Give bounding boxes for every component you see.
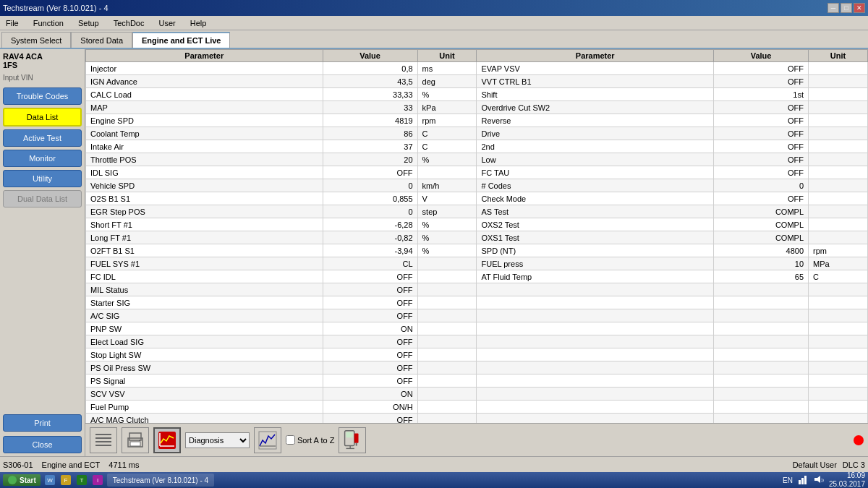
minimize-button[interactable]: ─ [827, 3, 839, 13]
menu-function[interactable]: Function [30, 17, 67, 29]
main-layout: RAV4 ACA 1FS Input VIN Trouble Codes Dat… [0, 49, 868, 456]
tab-engine-ect-live[interactable]: Engine and ECT Live [132, 32, 230, 48]
left-unit: kPa [417, 101, 477, 114]
taskbar-icon4[interactable]: I [91, 474, 104, 486]
toolbar-chart-icon[interactable] [254, 427, 281, 453]
right-param: EVAP VSV [477, 62, 714, 75]
statusbar-left: S306-01 Engine and ECT 4711 ms [3, 461, 787, 469]
start-button[interactable]: Start [3, 474, 41, 486]
vehicle-line1: RAV4 ACA [3, 52, 82, 61]
svg-text:)): )) [821, 478, 824, 482]
utility-button[interactable]: Utility [3, 170, 82, 187]
left-unit: % [417, 218, 477, 231]
right-unit [809, 205, 868, 218]
col-header-param1: Parameter [86, 50, 323, 62]
trouble-codes-button[interactable]: Trouble Codes [3, 87, 82, 105]
col-header-unit2: Unit [809, 50, 868, 62]
right-param: Shift [477, 88, 714, 101]
left-unit [417, 322, 477, 335]
col-header-param2: Parameter [477, 50, 714, 62]
right-param [477, 283, 714, 296]
menu-help[interactable]: Help [187, 17, 210, 29]
left-unit: V [417, 192, 477, 205]
menu-techdoc[interactable]: TechDoc [111, 17, 148, 29]
print-button[interactable]: Print [3, 414, 82, 432]
left-param: Short FT #1 [86, 218, 323, 231]
right-unit [809, 62, 868, 75]
sort-checkbox[interactable] [286, 435, 295, 445]
sort-area: Sort A to Z [286, 435, 334, 445]
right-unit [809, 374, 868, 388]
close-window-button[interactable]: ✕ [854, 3, 865, 13]
toolbar-list-icon[interactable] [90, 427, 117, 453]
close-button[interactable]: Close [3, 436, 82, 453]
right-unit: rpm [809, 244, 868, 257]
left-unit [417, 401, 477, 414]
table-row: Long FT #1 -0,82 % OXS1 Test COMPL [86, 231, 868, 244]
right-unit [809, 348, 868, 361]
left-param: IGN Advance [86, 75, 323, 88]
left-value: -0,82 [323, 231, 417, 244]
tab-system-select[interactable]: System Select [1, 32, 71, 48]
taskbar-icon2[interactable]: F [59, 474, 72, 486]
left-unit: rpm [417, 114, 477, 127]
left-unit: C [417, 140, 477, 153]
right-unit [809, 88, 868, 101]
left-value: 86 [323, 127, 417, 140]
status-code: S306-01 [3, 461, 33, 469]
left-value: OFF [323, 166, 417, 179]
left-param: FC IDL [86, 270, 323, 283]
table-row: IGN Advance 43,5 deg VVT CTRL B1 OFF [86, 75, 868, 88]
left-unit: step [417, 205, 477, 218]
tabbar: System Select Stored Data Engine and ECT… [0, 30, 868, 49]
right-param: Reverse [477, 114, 714, 127]
taskbar-icon3[interactable]: T [75, 474, 88, 486]
left-value: -6,28 [323, 218, 417, 231]
taskbar-app[interactable]: Techstream (Ver 8.10.021) - 4 [107, 474, 214, 487]
tab-stored-data[interactable]: Stored Data [71, 32, 132, 48]
menu-setup[interactable]: Setup [75, 17, 102, 29]
monitor-button[interactable]: Monitor [3, 150, 82, 167]
right-value [714, 414, 809, 424]
left-unit [417, 348, 477, 361]
toolbar-fuel-icon[interactable] [339, 427, 366, 453]
menu-file[interactable]: File [3, 17, 22, 29]
svg-point-19 [8, 476, 17, 484]
table-body: Injector 0,8 ms EVAP VSV OFF IGN Advance… [86, 62, 868, 424]
left-value: 0 [323, 205, 417, 218]
col-header-value2: Value [714, 50, 809, 62]
right-param: AT Fluid Temp [477, 270, 714, 283]
right-unit [809, 388, 868, 401]
active-test-button[interactable]: Active Test [3, 129, 82, 147]
left-unit [417, 257, 477, 270]
table-row: SCV VSV ON [86, 388, 868, 401]
left-value: OFF [323, 335, 417, 348]
left-unit [417, 335, 477, 348]
right-param [477, 322, 714, 335]
menu-user[interactable]: User [156, 17, 178, 29]
data-list-button[interactable]: Data List [3, 108, 82, 127]
right-value [714, 388, 809, 401]
left-value: ON/H [323, 401, 417, 414]
right-value: OFF [714, 166, 809, 179]
left-param: Stop Light SW [86, 348, 323, 361]
maximize-button[interactable]: □ [841, 3, 852, 13]
toolbar-print-icon[interactable] [122, 427, 149, 453]
clock-time: 16:09 [829, 471, 865, 480]
titlebar-buttons: ─ □ ✕ [827, 3, 865, 13]
right-value: OFF [714, 140, 809, 153]
right-value: OFF [714, 62, 809, 75]
diagnosis-select[interactable]: Diagnosis Health Check Snapshot [185, 432, 250, 448]
dual-data-list-button[interactable]: Dual Data List [3, 190, 82, 207]
svg-text:T: T [80, 477, 83, 484]
taskbar-icon1[interactable]: W [43, 474, 56, 486]
left-value: ON [323, 322, 417, 335]
left-value: ON [323, 388, 417, 401]
left-value: OFF [323, 283, 417, 296]
table-row: Fuel Pump ON/H [86, 401, 868, 414]
table-row: Throttle POS 20 % Low OFF [86, 153, 868, 166]
left-param: IDL SIG [86, 166, 323, 179]
right-param: Check Mode [477, 192, 714, 205]
data-table-container[interactable]: Parameter Value Unit Parameter Value Uni… [85, 49, 868, 423]
toolbar-graph-icon[interactable] [153, 427, 181, 453]
